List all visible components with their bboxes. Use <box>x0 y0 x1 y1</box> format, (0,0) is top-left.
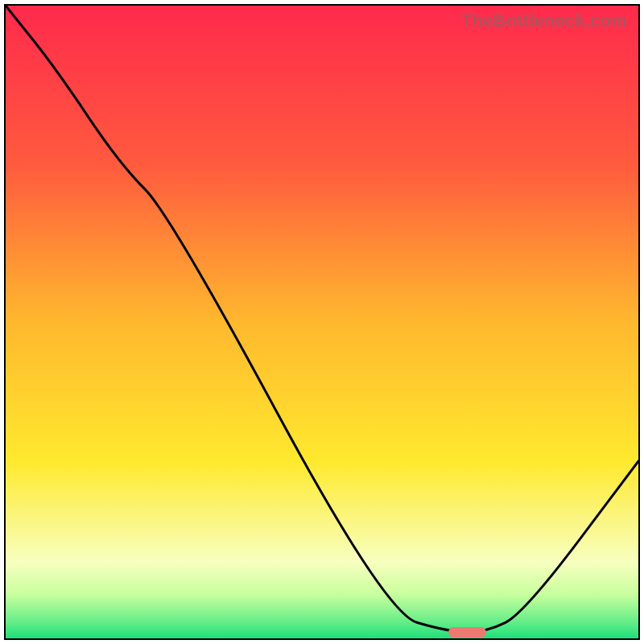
chart-frame: TheBottleneck.com <box>4 4 640 640</box>
optimal-range-marker <box>448 627 486 638</box>
bottleneck-curve <box>6 6 638 638</box>
